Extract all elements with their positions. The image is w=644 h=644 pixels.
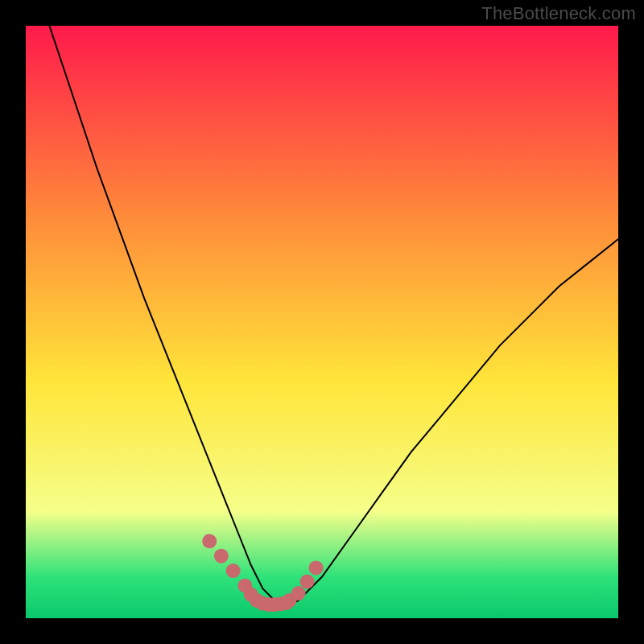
highlight-marker: [291, 586, 306, 601]
highlight-marker: [300, 574, 315, 588]
plot-area: [26, 26, 618, 618]
chart-frame: TheBottleneck.com: [0, 0, 644, 644]
highlight-marker: [202, 534, 217, 548]
gradient-background: [26, 26, 618, 618]
watermark-text: TheBottleneck.com: [481, 3, 636, 24]
highlight-marker: [309, 560, 324, 575]
highlight-marker: [214, 549, 229, 564]
chart-svg: [26, 26, 618, 618]
highlight-marker: [226, 564, 241, 578]
